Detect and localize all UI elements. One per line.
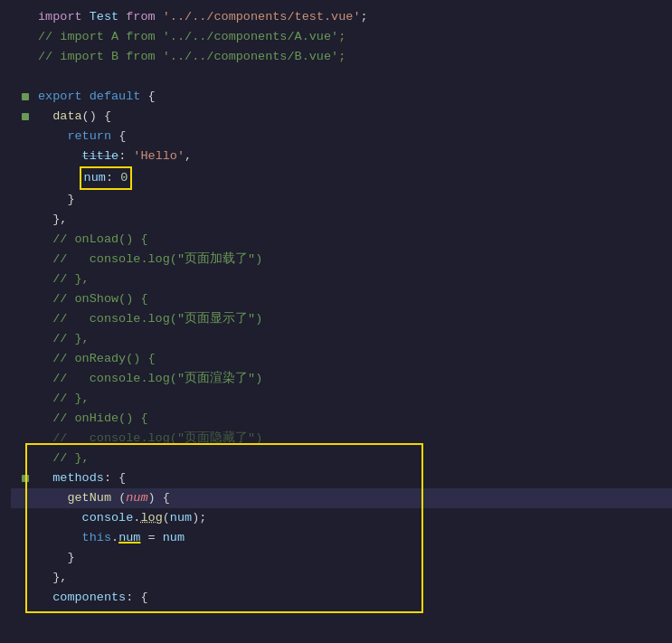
code-line-27: this.num = num <box>11 528 672 548</box>
line-content-26: console.log(num); <box>38 508 672 528</box>
line-content-23: // }, <box>38 449 672 468</box>
line-content-2: // import A from '../../components/A.vue… <box>38 27 672 47</box>
code-line-11: }, <box>11 210 672 230</box>
line-content-19: // console.log("页面渲染了") <box>38 369 672 389</box>
code-line-6: data() { <box>11 107 672 127</box>
line-content-25: getNum (num) { <box>38 488 672 508</box>
collapse-icon-24 <box>22 475 29 482</box>
code-line-16: // console.log("页面显示了") <box>11 309 672 329</box>
code-line-7: return { <box>11 127 672 147</box>
code-line-15: // onShow() { <box>11 289 672 309</box>
code-line-24: methods: { <box>11 468 672 488</box>
line-content-9: num: 0 <box>38 166 672 190</box>
code-line-23: // }, <box>11 449 672 468</box>
line-content-6: data() { <box>38 107 672 127</box>
code-line-10: } <box>11 190 672 210</box>
line-content-14: // }, <box>38 269 672 289</box>
code-line-22: // console.log("页面隐藏了") <box>11 429 672 449</box>
num-highlight-box: num: 0 <box>80 166 133 190</box>
code-line-4 <box>11 67 672 87</box>
line-content-15: // onShow() { <box>38 289 672 309</box>
gutter-6 <box>14 113 31 120</box>
code-line-18: // onReady() { <box>11 349 672 369</box>
code-line-14: // }, <box>11 269 672 289</box>
code-line-26: console.log(num); <box>11 508 672 528</box>
code-line-20: // }, <box>11 389 672 409</box>
gutter-24 <box>14 475 31 482</box>
line-content-13: // console.log("页面加载了") <box>38 250 672 269</box>
code-line-8: title: 'Hello', <box>11 147 672 166</box>
line-content-22: // console.log("页面隐藏了") <box>38 429 672 449</box>
line-content-7: return { <box>38 127 672 147</box>
code-line-2: // import A from '../../components/A.vue… <box>11 27 672 47</box>
line-content-3: // import B from '../../components/B.vue… <box>38 47 672 67</box>
collapse-icon-6 <box>22 113 29 120</box>
code-line-19: // console.log("页面渲染了") <box>11 369 672 389</box>
line-content-30: components: { <box>38 588 672 608</box>
code-line-28: } <box>11 548 672 568</box>
code-line-12: // onLoad() { <box>11 230 672 250</box>
line-content-20: // }, <box>38 389 672 409</box>
line-content-1: import Test from '../../components/test.… <box>38 7 672 27</box>
code-area: import Test from '../../components/test.… <box>0 0 672 615</box>
code-line-9: num: 0 <box>11 166 672 190</box>
line-content-12: // onLoad() { <box>38 230 672 250</box>
code-line-1: import Test from '../../components/test.… <box>11 7 672 27</box>
code-line-5: export default { <box>11 87 672 107</box>
collapse-icon-5 <box>22 93 29 100</box>
code-editor: import Test from '../../components/test.… <box>0 0 672 643</box>
line-content-8: title: 'Hello', <box>38 147 672 166</box>
line-content-16: // console.log("页面显示了") <box>38 309 672 329</box>
line-content-21: // onHide() { <box>38 409 672 429</box>
line-content-29: }, <box>38 568 672 588</box>
line-content-18: // onReady() { <box>38 349 672 369</box>
code-line-30: components: { <box>11 588 672 608</box>
line-content-5: export default { <box>38 87 672 107</box>
code-line-25: getNum (num) { <box>11 488 672 508</box>
line-content-28: } <box>38 548 672 568</box>
code-line-13: // console.log("页面加载了") <box>11 250 672 269</box>
code-line-3: // import B from '../../components/B.vue… <box>11 47 672 67</box>
line-content-4 <box>38 67 672 87</box>
gutter-5 <box>14 93 31 100</box>
line-content-11: }, <box>38 210 672 230</box>
line-content-27: this.num = num <box>38 528 672 548</box>
code-line-21: // onHide() { <box>11 409 672 429</box>
line-content-10: } <box>38 190 672 210</box>
line-content-17: // }, <box>38 329 672 349</box>
code-line-29: }, <box>11 568 672 588</box>
line-content-24: methods: { <box>38 468 672 488</box>
code-line-17: // }, <box>11 329 672 349</box>
